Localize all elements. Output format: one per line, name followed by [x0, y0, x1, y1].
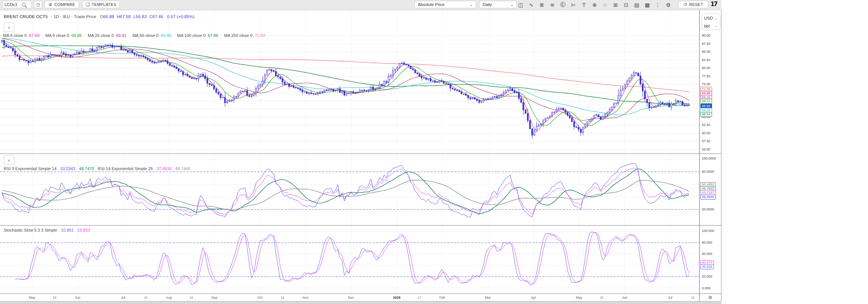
ma-legend-row: MA 4 close 067.69MA 9 close 069.86MA 25 … [3, 33, 271, 38]
zoom-out-icon[interactable]: ⊖ [600, 0, 610, 10]
chevron-down-icon: ⌄ [470, 3, 473, 7]
stoch-legend-row: Stochastic Slow 5 3 3 Simple10.86110.853 [4, 228, 94, 232]
chart-canvas[interactable] [0, 0, 699, 301]
axis-tick-label: 0.000 [702, 286, 711, 290]
time-axis-label: Jun [74, 296, 81, 299]
time-axis-label: 16 [689, 296, 697, 299]
clock-button[interactable]: ◷ [34, 1, 42, 8]
axis-tick-label: 87.50 [702, 42, 711, 46]
snapshot-icon[interactable]: ⊡ [621, 0, 631, 10]
time-axis-label: Oct [256, 296, 264, 299]
price-flag: 69.12 [700, 99, 712, 104]
text-tool-icon[interactable]: T [579, 0, 589, 10]
axis-tick-label: 57.50 [702, 139, 711, 143]
reset-label: RESET [689, 2, 703, 7]
ma-legend-label: MA 50 close 0 [133, 33, 159, 38]
axis-settings-corner[interactable]: ⚙ [700, 294, 721, 301]
ma-legend-item[interactable]: MA 250 close 071.93 [224, 33, 265, 38]
ma-legend-item[interactable]: MA 25 close 069.41 [88, 33, 127, 38]
ma-legend-label: MA 100 close 0 [177, 33, 205, 38]
news-icon[interactable]: ▤ [632, 0, 642, 10]
axis-tick-label: 80.0000 [702, 170, 714, 173]
time-axis-label: 16 [188, 296, 195, 299]
chevron-down-icon: ⌄ [715, 16, 718, 20]
axis-tick-label: 60.00 [702, 131, 711, 135]
price-level-icon[interactable]: ⊨ [568, 0, 578, 10]
reset-button[interactable]: ↺ RESET [678, 1, 708, 8]
chevron-down-icon: ⌄ [715, 24, 718, 28]
ohlc-key: C [149, 14, 152, 19]
axis-tick-label: 80.00 [702, 66, 711, 70]
unit-value: bbl [704, 24, 710, 28]
gear-icon: ⚙ [708, 295, 712, 300]
ma-legend-value: 69.40 [161, 33, 171, 38]
currency-dropdown[interactable]: USD ⌄ [702, 14, 720, 22]
rsi-legend-part: 33.2343 [60, 166, 75, 171]
zoom-in-icon[interactable]: ⊕ [590, 0, 599, 10]
ma-legend-item[interactable]: MA 50 close 069.40 [133, 33, 171, 38]
axis-tick-label: 20.000 [702, 275, 712, 278]
price-mode-dropdown[interactable]: Absolute Price ⌄ [414, 1, 476, 8]
interval-value: Daily [483, 2, 492, 7]
panel-divider[interactable] [0, 225, 721, 226]
symbol-meta: · 1D · IEU · Trade Price [51, 14, 96, 19]
axis-tick-label: 100.000 [702, 229, 714, 233]
ohlc-key: O [100, 14, 103, 19]
layout-grid-icon[interactable]: ⊞ [611, 0, 620, 10]
ma-legend-item[interactable]: MA 100 close 067.96 [177, 33, 218, 38]
ma-legend-item[interactable]: MA 4 close 067.69 [3, 33, 40, 38]
time-axis-label: Mar [484, 296, 492, 299]
rsi-legend-part: 48.7470 [79, 166, 94, 171]
charting-application: ◷ ⊕ COMPARE ❏ TEMPLATES Absolute Price ⌄… [0, 0, 868, 304]
compare-button[interactable]: ⊕ COMPARE [44, 1, 79, 8]
reset-undo-icon: ↺ [683, 2, 687, 7]
chevron-down-icon: ⌄ [510, 3, 513, 7]
panel-divider[interactable] [0, 154, 721, 154]
symbol-name: BRENT CRUDE OCT5 [4, 14, 48, 19]
stoch-legend-part: Stochastic Slow 5 3 3 Simple [4, 228, 57, 232]
symbol-search-input[interactable] [5, 2, 21, 7]
settings-icon[interactable]: ⚙ [663, 0, 673, 10]
axis-tick-label: 100.0000 [702, 157, 716, 160]
templates-button[interactable]: ❏ TEMPLATES [82, 1, 120, 8]
ma-legend-label: MA 9 close 0 [46, 33, 69, 38]
time-axis-label: Dec [347, 296, 355, 299]
interval-dropdown[interactable]: Daily ⌄ [479, 1, 517, 8]
forecast-icon[interactable]: ∿ [526, 0, 536, 10]
unit-dropdown[interactable]: bbl ⌄ [702, 22, 720, 30]
time-axis-label: Nov [302, 296, 309, 299]
axis-tick-label: 77.50 [702, 74, 711, 78]
main-panel-collapse-button[interactable]: ‹ [4, 23, 14, 32]
candles-icon[interactable]: ◫ [516, 0, 526, 10]
time-axis-label: 16 [51, 296, 58, 299]
time-axis-label: Aug [165, 296, 173, 299]
stats-icon[interactable]: ▦ [642, 0, 652, 10]
time-axis-border [0, 293, 721, 294]
time-axis-label: 16 [142, 296, 150, 299]
rsi-legend-part: 49.7445 [175, 166, 190, 171]
symbol-info-row: BRENT CRUDE OCT5 · 1D · IEU · Trade Pric… [4, 14, 194, 19]
chevron-left-icon: ‹ [8, 157, 10, 163]
stoch-legend-part: 10.861 [61, 228, 74, 232]
stacked-lines-icon[interactable]: ≣ [537, 0, 547, 10]
time-axis-label: 16 [598, 296, 605, 299]
elliott-icon[interactable]: Ⓔ [558, 0, 568, 10]
rsi-legend-part: RSI 14 Exponential Simple 25 [98, 166, 153, 171]
ma-legend-label: MA 25 close 0 [88, 33, 114, 38]
tradingview-logo[interactable]: 17 [711, 1, 717, 8]
axis-tick-label: 60.000 [702, 252, 712, 256]
axis-tick-label: 90.00 [702, 34, 711, 37]
more-icon[interactable]: ⋮ [653, 0, 663, 10]
waves-icon[interactable]: ≋ [547, 0, 557, 10]
time-axis-label: Apr [530, 296, 537, 299]
compare-plus-icon: ⊕ [49, 2, 52, 7]
price-flag: 68.04 [700, 112, 712, 117]
clock-icon: ◷ [36, 2, 40, 7]
rsi-panel-collapse-button[interactable]: ‹ [4, 155, 14, 165]
symbol-search-box[interactable] [2, 1, 32, 8]
window-right-border [721, 0, 721, 304]
search-icon [22, 3, 26, 6]
time-axis-label: Feb [439, 296, 446, 299]
compare-label: COMPARE [54, 2, 75, 7]
ma-legend-item[interactable]: MA 9 close 069.86 [46, 33, 82, 38]
